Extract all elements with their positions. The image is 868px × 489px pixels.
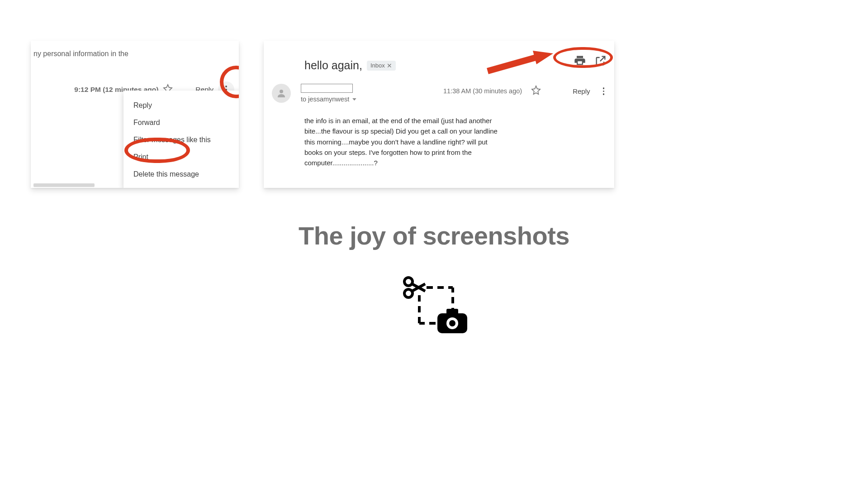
email-meta-right: 11:38 AM (30 minutes ago) Reply: [443, 84, 608, 99]
inbox-badge-label: Inbox: [370, 62, 385, 69]
partial-ui-bar: [33, 183, 95, 187]
more-menu-button[interactable]: [599, 84, 608, 99]
email-subject: hello again,: [304, 59, 362, 72]
menu-item-reply[interactable]: Reply: [123, 97, 239, 114]
inbox-badge[interactable]: Inbox ✕: [367, 61, 396, 71]
reply-button[interactable]: Reply: [573, 87, 590, 95]
email-action-icons: [574, 54, 607, 69]
sender-info: to jessamynwest ▼: [301, 84, 358, 103]
subject-row: hello again, Inbox ✕: [304, 59, 396, 72]
slide-title: The joy of screenshots: [299, 221, 569, 250]
svg-point-21: [449, 320, 455, 326]
svg-marker-1: [533, 51, 553, 64]
sender-name-redacted: [301, 84, 353, 93]
chevron-down-icon: ▼: [351, 97, 357, 101]
star-icon[interactable]: [531, 85, 541, 97]
recipient-line[interactable]: to jessamynwest ▼: [301, 96, 358, 103]
more-menu-popup: Reply Forward Filter messages like this …: [123, 91, 239, 188]
person-icon: [276, 88, 287, 99]
svg-rect-19: [446, 309, 458, 315]
menu-item-delete[interactable]: Delete this message: [123, 166, 239, 183]
sender-row: to jessamynwest ▼ 11:38 AM (30 minutes a…: [272, 84, 608, 103]
menu-item-forward[interactable]: Forward: [123, 114, 239, 131]
annotation-arrow: [483, 51, 555, 82]
avatar: [272, 84, 291, 103]
menu-item-filter[interactable]: Filter messages like this: [123, 131, 239, 149]
right-screenshot: hello again, Inbox ✕: [264, 41, 614, 188]
left-screenshot: ny personal information in the 9:12 PM (…: [31, 41, 239, 188]
menu-item-print[interactable]: Print: [123, 149, 239, 166]
email-timestamp-right: 11:38 AM (30 minutes ago): [443, 87, 522, 95]
email-body: the info is in an email, at the end of t…: [304, 115, 506, 168]
recipient-text: to jessamynwest: [301, 96, 349, 103]
svg-point-2: [280, 90, 283, 93]
print-icon[interactable]: [574, 54, 586, 69]
partial-text-fragment: ny personal information in the: [33, 50, 128, 58]
screenshot-capture-icon: [400, 276, 468, 337]
svg-line-0: [488, 57, 537, 71]
close-icon[interactable]: ✕: [387, 62, 392, 69]
popout-icon[interactable]: [594, 54, 607, 69]
